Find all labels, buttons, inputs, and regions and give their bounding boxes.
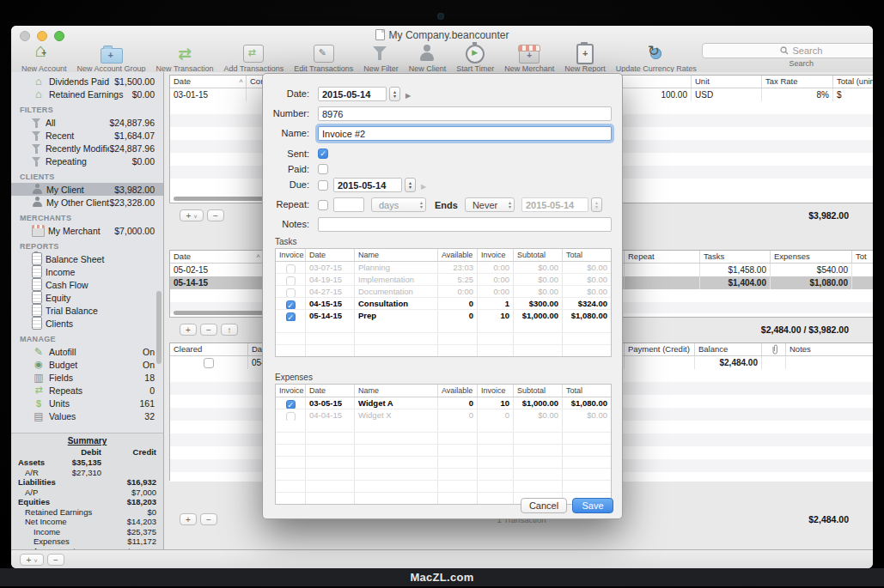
column-header-total[interactable]: Total (uninvo <box>832 76 873 88</box>
column-header[interactable]: Name <box>354 385 437 397</box>
column-header-payment[interactable]: Payment (Credit) <box>624 343 694 355</box>
toolbar-button[interactable]: Start Timer <box>451 43 499 73</box>
column-header-repeat[interactable]: Repeat <box>624 251 699 263</box>
task-row[interactable]: 04-27-15 Documentation 0:00 0:00 $0.00 $… <box>276 285 611 297</box>
remove-transaction-button[interactable]: − <box>207 209 224 221</box>
sidebar-item[interactable]: My Other Client $23,328.00 <box>11 196 163 209</box>
task-row[interactable]: 05-14-15 Prep 0 10 $1,000.00 $1,080.00 <box>276 309 611 321</box>
sidebar-item[interactable]: Values 32 <box>11 409 163 422</box>
task-row[interactable]: 04-19-15 Implementation 5:25 0:00 $0.00 … <box>276 273 611 285</box>
invoice-checkbox[interactable] <box>286 400 296 409</box>
column-header[interactable]: Date <box>305 385 354 397</box>
task-row[interactable]: 04-15-15 Consultation 0 1 $300.00 $324.0… <box>276 297 611 309</box>
sidebar-item[interactable]: Balance Sheet <box>11 252 163 265</box>
expense-row[interactable]: 03-05-15 Widget A 0 10 $1,000.00 $1,080.… <box>276 397 611 409</box>
update-currency-rates-button[interactable]: Update Currency Rates <box>611 43 702 73</box>
repeat-unit-popup[interactable]: days <box>371 197 426 212</box>
column-header-cleared[interactable]: Cleared <box>170 343 247 355</box>
due-checkbox[interactable] <box>318 180 328 191</box>
ends-popup[interactable]: Never <box>465 197 515 212</box>
column-header[interactable]: Subtotal <box>513 385 562 397</box>
sidebar-item[interactable]: Equity <box>11 291 163 304</box>
sidebar-item[interactable]: Autofill On <box>11 345 163 358</box>
column-header-total[interactable]: Tot <box>851 251 873 263</box>
sidebar-item[interactable]: Repeating $0.00 <box>11 155 163 167</box>
save-button[interactable]: Save <box>572 498 613 513</box>
toolbar-button[interactable]: New Transaction <box>151 43 219 73</box>
column-header[interactable]: Invoice <box>276 385 305 397</box>
date-field[interactable]: 2015-05-14 <box>318 87 387 101</box>
column-header[interactable]: Available <box>437 385 477 397</box>
column-header[interactable]: Invoice <box>477 385 513 397</box>
toolbar-button[interactable]: New Client <box>404 43 452 73</box>
notes-field[interactable] <box>318 217 612 232</box>
column-header-expenses[interactable]: Expenses <box>770 251 851 263</box>
sidebar-item[interactable]: My Merchant $7,000.00 <box>11 224 163 237</box>
sidebar-item[interactable]: Units 161 <box>11 397 163 409</box>
number-field[interactable]: 8976 <box>318 106 612 121</box>
sidebar-item[interactable]: Income <box>11 265 163 278</box>
add-payment-button[interactable]: + <box>180 513 197 525</box>
sidebar-item[interactable]: Clients <box>11 317 163 330</box>
due-disclosure-icon[interactable] <box>421 180 426 191</box>
share-invoice-button[interactable]: ↑ <box>221 324 238 336</box>
column-header-tasks[interactable]: Tasks <box>699 251 770 263</box>
column-header-notes[interactable]: Notes <box>785 343 873 355</box>
invoice-checkbox[interactable] <box>286 276 296 285</box>
toolbar-button[interactable]: New Filter <box>358 43 404 73</box>
invoice-checkbox[interactable] <box>286 412 296 421</box>
task-row[interactable]: 03-07-15 Planning 23:03 0:00 $0.00 $0.00 <box>276 262 611 273</box>
ends-date-field[interactable]: 2015-05-14 <box>521 197 588 212</box>
paid-checkbox[interactable] <box>318 164 328 174</box>
ends-date-stepper[interactable] <box>591 197 602 212</box>
invoice-checkbox[interactable] <box>286 288 296 297</box>
column-header[interactable]: Date <box>305 249 354 261</box>
column-header-tax-rate[interactable]: Tax Rate <box>761 76 832 88</box>
invoice-checkbox[interactable] <box>286 312 296 321</box>
column-header[interactable]: Subtotal <box>513 249 562 261</box>
toolbar-button[interactable]: Edit Transactions <box>289 43 358 73</box>
add-transaction-button[interactable]: +˅ <box>180 209 204 221</box>
invoice-checkbox[interactable] <box>286 300 296 309</box>
remove-invoice-button[interactable]: − <box>200 324 217 336</box>
due-date-field[interactable]: 2015-05-14 <box>333 178 402 192</box>
sidebar-item[interactable]: Recent $1,684.07 <box>11 129 163 142</box>
name-field[interactable]: Invoice #2 <box>318 126 612 141</box>
repeat-checkbox[interactable] <box>318 200 328 210</box>
toolbar-button[interactable]: New Account <box>16 43 72 73</box>
column-header[interactable]: Invoice <box>276 249 305 261</box>
sidebar-item[interactable]: All $24,887.96 <box>11 116 163 129</box>
sidebar-item[interactable]: Fields 18 <box>11 371 163 384</box>
column-header[interactable]: Name <box>354 249 437 261</box>
repeat-count-field[interactable] <box>333 197 364 212</box>
remove-payment-button[interactable]: − <box>200 513 217 525</box>
invoice-checkbox[interactable] <box>286 264 296 273</box>
remove-account-button[interactable]: − <box>47 554 64 566</box>
sidebar-item[interactable]: Recently Modified $24,887.96 <box>11 142 163 155</box>
toolbar-button[interactable]: New Account Group <box>72 43 151 73</box>
column-header-date[interactable]: Date <box>170 76 246 88</box>
date-disclosure-icon[interactable] <box>405 89 411 100</box>
column-header[interactable]: Total <box>562 249 611 261</box>
expense-row[interactable]: 04-04-15 Widget X 0 0 $0.00 $0.00 <box>276 409 611 421</box>
add-account-button[interactable]: +˅ <box>20 554 44 566</box>
toolbar-button[interactable]: New Merchant <box>499 43 559 73</box>
sidebar-item[interactable]: Repeats 0 <box>11 384 163 397</box>
toolbar-button[interactable]: New Report <box>559 43 611 73</box>
toolbar-button[interactable]: Add Transactions <box>219 43 290 73</box>
cancel-button[interactable]: Cancel <box>521 498 567 513</box>
cleared-checkbox[interactable] <box>204 358 214 368</box>
due-stepper[interactable] <box>405 178 416 192</box>
sidebar-item[interactable]: Cash Flow <box>11 278 163 291</box>
column-header-balance[interactable]: Balance <box>694 343 761 355</box>
column-header-date[interactable]: Date <box>170 251 263 263</box>
sidebar-item[interactable]: My Client $3,982.00 <box>11 183 163 196</box>
column-header[interactable]: Available <box>437 249 477 261</box>
sent-checkbox[interactable] <box>318 149 328 159</box>
column-header[interactable]: Invoice <box>477 249 513 261</box>
sidebar-account-item[interactable]: Dividends Paid $1,500.00 <box>11 75 163 88</box>
add-invoice-button[interactable]: + <box>180 324 197 336</box>
sidebar-account-item[interactable]: Retained Earnings $0.00 <box>11 88 163 100</box>
column-header-unit[interactable]: Unit <box>691 76 761 88</box>
date-stepper[interactable] <box>389 87 400 101</box>
